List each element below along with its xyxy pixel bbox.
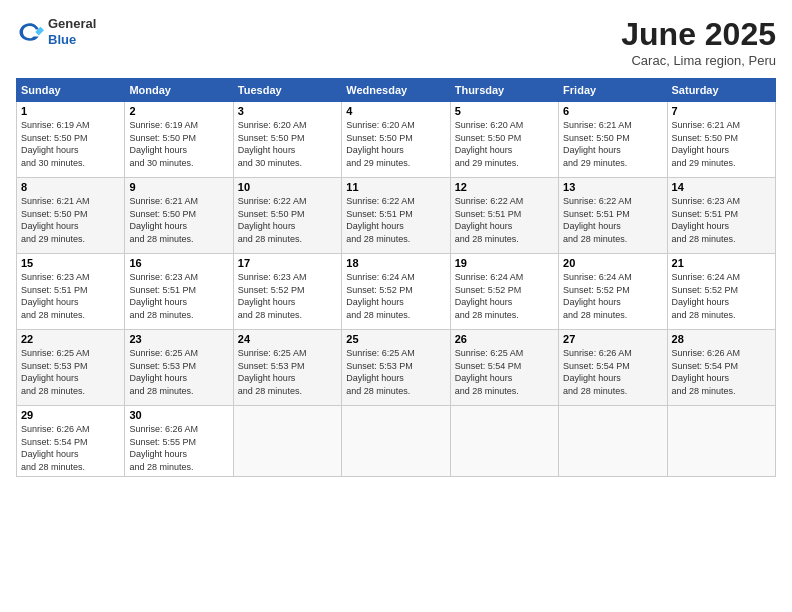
day-number: 11 <box>346 181 445 193</box>
day-number: 7 <box>672 105 771 117</box>
calendar-table: SundayMondayTuesdayWednesdayThursdayFrid… <box>16 78 776 477</box>
day-info: Sunrise: 6:25 AM Sunset: 5:53 PM Dayligh… <box>21 347 120 397</box>
day-info: Sunrise: 6:26 AM Sunset: 5:55 PM Dayligh… <box>129 423 228 473</box>
calendar-cell: 6 Sunrise: 6:21 AM Sunset: 5:50 PM Dayli… <box>559 102 667 178</box>
day-number: 21 <box>672 257 771 269</box>
day-number: 10 <box>238 181 337 193</box>
calendar-weekday: Tuesday <box>233 79 341 102</box>
day-number: 9 <box>129 181 228 193</box>
day-info: Sunrise: 6:25 AM Sunset: 5:54 PM Dayligh… <box>455 347 554 397</box>
day-number: 17 <box>238 257 337 269</box>
calendar-header-row: SundayMondayTuesdayWednesdayThursdayFrid… <box>17 79 776 102</box>
calendar-cell: 23 Sunrise: 6:25 AM Sunset: 5:53 PM Dayl… <box>125 330 233 406</box>
day-number: 29 <box>21 409 120 421</box>
calendar-cell <box>559 406 667 477</box>
day-info: Sunrise: 6:23 AM Sunset: 5:51 PM Dayligh… <box>21 271 120 321</box>
day-info: Sunrise: 6:22 AM Sunset: 5:51 PM Dayligh… <box>455 195 554 245</box>
calendar-cell: 11 Sunrise: 6:22 AM Sunset: 5:51 PM Dayl… <box>342 178 450 254</box>
calendar-cell: 18 Sunrise: 6:24 AM Sunset: 5:52 PM Dayl… <box>342 254 450 330</box>
month-title: June 2025 <box>621 16 776 53</box>
calendar-cell: 29 Sunrise: 6:26 AM Sunset: 5:54 PM Dayl… <box>17 406 125 477</box>
calendar-cell: 20 Sunrise: 6:24 AM Sunset: 5:52 PM Dayl… <box>559 254 667 330</box>
day-info: Sunrise: 6:25 AM Sunset: 5:53 PM Dayligh… <box>129 347 228 397</box>
calendar-cell: 25 Sunrise: 6:25 AM Sunset: 5:53 PM Dayl… <box>342 330 450 406</box>
day-info: Sunrise: 6:26 AM Sunset: 5:54 PM Dayligh… <box>21 423 120 473</box>
day-number: 28 <box>672 333 771 345</box>
calendar-cell <box>233 406 341 477</box>
logo: General Blue <box>16 16 96 47</box>
day-number: 15 <box>21 257 120 269</box>
day-info: Sunrise: 6:20 AM Sunset: 5:50 PM Dayligh… <box>346 119 445 169</box>
calendar-cell: 17 Sunrise: 6:23 AM Sunset: 5:52 PM Dayl… <box>233 254 341 330</box>
calendar-cell <box>342 406 450 477</box>
day-info: Sunrise: 6:25 AM Sunset: 5:53 PM Dayligh… <box>346 347 445 397</box>
logo-text: General Blue <box>48 16 96 47</box>
day-number: 8 <box>21 181 120 193</box>
day-number: 22 <box>21 333 120 345</box>
day-number: 30 <box>129 409 228 421</box>
calendar-cell: 12 Sunrise: 6:22 AM Sunset: 5:51 PM Dayl… <box>450 178 558 254</box>
day-number: 1 <box>21 105 120 117</box>
calendar-cell: 1 Sunrise: 6:19 AM Sunset: 5:50 PM Dayli… <box>17 102 125 178</box>
day-info: Sunrise: 6:22 AM Sunset: 5:51 PM Dayligh… <box>346 195 445 245</box>
day-number: 5 <box>455 105 554 117</box>
calendar-cell: 27 Sunrise: 6:26 AM Sunset: 5:54 PM Dayl… <box>559 330 667 406</box>
day-info: Sunrise: 6:20 AM Sunset: 5:50 PM Dayligh… <box>455 119 554 169</box>
day-info: Sunrise: 6:25 AM Sunset: 5:53 PM Dayligh… <box>238 347 337 397</box>
calendar-weekday: Sunday <box>17 79 125 102</box>
day-number: 25 <box>346 333 445 345</box>
calendar-cell: 14 Sunrise: 6:23 AM Sunset: 5:51 PM Dayl… <box>667 178 775 254</box>
calendar-cell: 9 Sunrise: 6:21 AM Sunset: 5:50 PM Dayli… <box>125 178 233 254</box>
day-info: Sunrise: 6:19 AM Sunset: 5:50 PM Dayligh… <box>21 119 120 169</box>
day-info: Sunrise: 6:24 AM Sunset: 5:52 PM Dayligh… <box>563 271 662 321</box>
calendar-cell: 4 Sunrise: 6:20 AM Sunset: 5:50 PM Dayli… <box>342 102 450 178</box>
day-info: Sunrise: 6:19 AM Sunset: 5:50 PM Dayligh… <box>129 119 228 169</box>
calendar-weekday: Saturday <box>667 79 775 102</box>
day-info: Sunrise: 6:21 AM Sunset: 5:50 PM Dayligh… <box>21 195 120 245</box>
logo-blue: Blue <box>48 32 96 48</box>
calendar-week-row: 22 Sunrise: 6:25 AM Sunset: 5:53 PM Dayl… <box>17 330 776 406</box>
day-number: 3 <box>238 105 337 117</box>
day-number: 19 <box>455 257 554 269</box>
calendar-cell: 2 Sunrise: 6:19 AM Sunset: 5:50 PM Dayli… <box>125 102 233 178</box>
calendar-cell: 30 Sunrise: 6:26 AM Sunset: 5:55 PM Dayl… <box>125 406 233 477</box>
day-info: Sunrise: 6:22 AM Sunset: 5:51 PM Dayligh… <box>563 195 662 245</box>
day-info: Sunrise: 6:20 AM Sunset: 5:50 PM Dayligh… <box>238 119 337 169</box>
calendar-cell: 13 Sunrise: 6:22 AM Sunset: 5:51 PM Dayl… <box>559 178 667 254</box>
calendar-week-row: 8 Sunrise: 6:21 AM Sunset: 5:50 PM Dayli… <box>17 178 776 254</box>
day-info: Sunrise: 6:23 AM Sunset: 5:51 PM Dayligh… <box>129 271 228 321</box>
day-info: Sunrise: 6:23 AM Sunset: 5:51 PM Dayligh… <box>672 195 771 245</box>
day-number: 26 <box>455 333 554 345</box>
location: Carac, Lima region, Peru <box>621 53 776 68</box>
day-info: Sunrise: 6:26 AM Sunset: 5:54 PM Dayligh… <box>672 347 771 397</box>
day-number: 24 <box>238 333 337 345</box>
day-info: Sunrise: 6:22 AM Sunset: 5:50 PM Dayligh… <box>238 195 337 245</box>
day-number: 18 <box>346 257 445 269</box>
day-info: Sunrise: 6:23 AM Sunset: 5:52 PM Dayligh… <box>238 271 337 321</box>
day-number: 6 <box>563 105 662 117</box>
calendar-week-row: 1 Sunrise: 6:19 AM Sunset: 5:50 PM Dayli… <box>17 102 776 178</box>
day-number: 27 <box>563 333 662 345</box>
calendar-cell: 19 Sunrise: 6:24 AM Sunset: 5:52 PM Dayl… <box>450 254 558 330</box>
calendar-cell <box>667 406 775 477</box>
day-number: 14 <box>672 181 771 193</box>
calendar-cell: 16 Sunrise: 6:23 AM Sunset: 5:51 PM Dayl… <box>125 254 233 330</box>
day-info: Sunrise: 6:24 AM Sunset: 5:52 PM Dayligh… <box>455 271 554 321</box>
day-info: Sunrise: 6:24 AM Sunset: 5:52 PM Dayligh… <box>346 271 445 321</box>
calendar-weekday: Monday <box>125 79 233 102</box>
calendar-cell: 15 Sunrise: 6:23 AM Sunset: 5:51 PM Dayl… <box>17 254 125 330</box>
day-info: Sunrise: 6:24 AM Sunset: 5:52 PM Dayligh… <box>672 271 771 321</box>
calendar-cell: 10 Sunrise: 6:22 AM Sunset: 5:50 PM Dayl… <box>233 178 341 254</box>
calendar-weekday: Friday <box>559 79 667 102</box>
calendar-cell: 5 Sunrise: 6:20 AM Sunset: 5:50 PM Dayli… <box>450 102 558 178</box>
calendar-cell: 24 Sunrise: 6:25 AM Sunset: 5:53 PM Dayl… <box>233 330 341 406</box>
day-number: 13 <box>563 181 662 193</box>
day-number: 16 <box>129 257 228 269</box>
calendar-week-row: 15 Sunrise: 6:23 AM Sunset: 5:51 PM Dayl… <box>17 254 776 330</box>
calendar-cell: 8 Sunrise: 6:21 AM Sunset: 5:50 PM Dayli… <box>17 178 125 254</box>
title-block: June 2025 Carac, Lima region, Peru <box>621 16 776 68</box>
day-number: 2 <box>129 105 228 117</box>
calendar-week-row: 29 Sunrise: 6:26 AM Sunset: 5:54 PM Dayl… <box>17 406 776 477</box>
header: General Blue June 2025 Carac, Lima regio… <box>16 16 776 68</box>
calendar-cell: 22 Sunrise: 6:25 AM Sunset: 5:53 PM Dayl… <box>17 330 125 406</box>
